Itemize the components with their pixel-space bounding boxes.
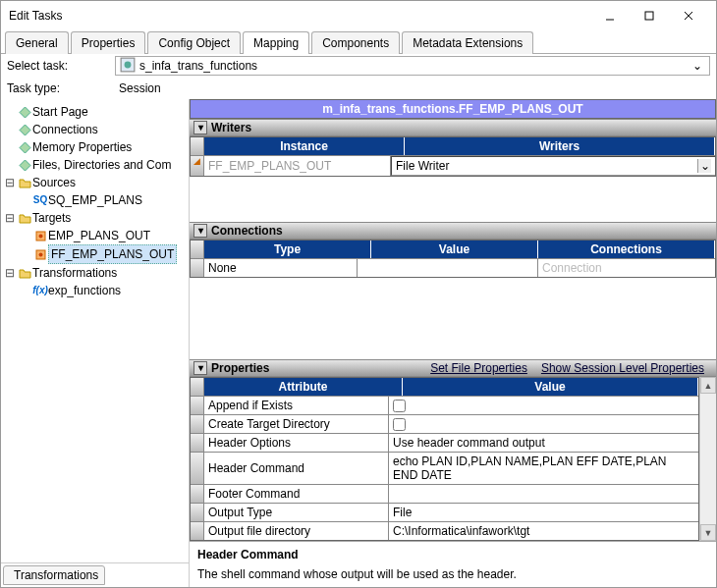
writers-col-instance: Instance (204, 137, 405, 155)
property-value-cell[interactable] (389, 485, 698, 503)
property-checkbox[interactable] (393, 418, 406, 431)
chevron-down-icon: ⌄ (689, 59, 705, 73)
tree-item-targets[interactable]: ⊟Targets (3, 209, 187, 227)
conn-type: None (204, 259, 358, 277)
tree-item-memory-properties[interactable]: Memory Properties (3, 138, 187, 156)
row-marker-icon: ◢ (191, 156, 203, 166)
maximize-button[interactable] (630, 1, 669, 30)
property-value: Use header command output (393, 436, 545, 450)
property-row[interactable]: Append if Exists (191, 396, 698, 414)
prop-col-attribute: Attribute (204, 378, 403, 396)
writers-header: ▾ Writers (190, 119, 716, 136)
property-value-cell[interactable] (389, 415, 698, 433)
writers-title: Writers (211, 121, 251, 134)
tab-metadata-extensions[interactable]: Metadata Extensions (402, 31, 533, 54)
diamond-icon (17, 124, 32, 136)
link-show-session-level-properties[interactable]: Show Session Level Properties (541, 361, 704, 375)
svg-rect-1 (645, 12, 653, 20)
properties-scrollbar[interactable]: ▲ ▼ (699, 377, 716, 541)
folder-icon (17, 212, 32, 225)
mapping-title: m_infa_trans_functions.FF_EMP_PLANS_OUT (190, 99, 716, 119)
tree-item-label: SQ_EMP_PLANS (48, 191, 142, 209)
property-value-cell[interactable]: C:\Informatica\infawork\tgt (389, 522, 698, 540)
tree-item-start-page[interactable]: Start Page (3, 103, 187, 121)
property-value-cell[interactable]: File (389, 504, 698, 521)
diamond-icon (17, 106, 32, 119)
tree-item-sources[interactable]: ⊟Sources (3, 174, 187, 191)
property-row[interactable]: Output TypeFile (191, 503, 698, 521)
tree-item-sq-emp-plans[interactable]: SQSQ_EMP_PLANS (3, 191, 187, 209)
link-set-file-properties[interactable]: Set File Properties (430, 361, 527, 375)
navigator-tree: Start PageConnectionsMemory PropertiesFi… (1, 99, 189, 562)
tree-item-label: Start Page (32, 103, 88, 121)
writers-grid: Instance Writers ◢ FF_EMP_PLANS_OUT File… (190, 136, 716, 177)
property-row[interactable]: Header Commandecho PLAN ID,PLAN NAME,PLA… (191, 452, 698, 484)
tree-item-label: exp_functions (48, 282, 121, 299)
tab-properties[interactable]: Properties (71, 31, 146, 54)
property-row[interactable]: Footer Command (191, 484, 698, 503)
close-button[interactable] (669, 1, 708, 30)
side-tab-label: Transformations (14, 568, 98, 582)
connections-row[interactable]: None Connection (191, 258, 715, 277)
side-tab-transformations[interactable]: Transformations (3, 565, 105, 585)
chevron-down-icon: ⌄ (697, 159, 711, 173)
tab-mapping[interactable]: Mapping (243, 31, 309, 54)
conn-col-value: Value (371, 241, 538, 258)
folder-icon (17, 267, 32, 280)
conn-connections: Connection (538, 259, 715, 277)
properties-grid: Attribute Value Append if ExistsCreate T… (190, 377, 699, 541)
select-task-label: Select task: (7, 59, 115, 73)
tree-item-connections[interactable]: Connections (3, 121, 187, 138)
window-title: Edit Tasks (9, 9, 590, 23)
tree-item-label: Connections (32, 121, 98, 138)
conn-value (358, 259, 538, 277)
scroll-down-icon[interactable]: ▼ (700, 524, 716, 541)
scroll-up-icon[interactable]: ▲ (700, 377, 716, 394)
tree-item-emp-plans-out[interactable]: EMP_PLANS_OUT (3, 227, 187, 244)
property-value-cell[interactable] (389, 397, 698, 414)
writers-col-writers: Writers (405, 137, 715, 155)
tree-item-label: FF_EMP_PLANS_OUT (48, 244, 177, 264)
property-checkbox[interactable] (393, 400, 406, 412)
writers-row[interactable]: ◢ FF_EMP_PLANS_OUT File Writer ⌄ (191, 155, 715, 176)
writers-writer-select[interactable]: File Writer ⌄ (391, 156, 715, 176)
collapse-icon[interactable]: ▾ (193, 121, 207, 134)
tab-components[interactable]: Components (311, 31, 400, 54)
tree-twist-icon[interactable]: ⊟ (3, 264, 17, 282)
task-type-value: Session (115, 80, 710, 97)
tree-item-transformations[interactable]: ⊟Transformations (3, 264, 187, 282)
connections-header: ▾ Connections (190, 222, 716, 240)
help-body: The shell command whose output will be u… (197, 567, 708, 581)
prop-col-value: Value (403, 378, 698, 396)
help-title: Header Command (197, 548, 708, 561)
folder-icon (17, 177, 32, 189)
property-value-cell[interactable]: Use header command output (389, 434, 698, 452)
svg-point-7 (38, 234, 42, 238)
property-row[interactable]: Create Target Directory (191, 414, 698, 433)
tree-twist-icon[interactable]: ⊟ (3, 209, 17, 227)
tab-config-object[interactable]: Config Object (147, 31, 241, 54)
minimize-button[interactable] (590, 1, 630, 30)
tree-item-label: Sources (32, 174, 76, 191)
property-value-cell[interactable]: echo PLAN ID,PLAN NAME,PLAN EFF DATE,PLA… (389, 453, 698, 484)
property-attribute: Append if Exists (204, 397, 389, 414)
property-row[interactable]: Output file directoryC:\Informatica\infa… (191, 521, 698, 540)
select-task-dropdown[interactable]: s_infa_trans_functions ⌄ (115, 56, 710, 76)
property-row[interactable]: Header OptionsUse header command output (191, 433, 698, 452)
diamond-icon (17, 159, 32, 172)
tree-item-exp-functions[interactable]: f(x)exp_functions (3, 282, 187, 299)
select-task-value: s_infa_trans_functions (136, 59, 689, 73)
tree-item-label: EMP_PLANS_OUT (48, 227, 150, 244)
collapse-icon[interactable]: ▾ (193, 224, 207, 238)
tree-item-label: Files, Directories and Com (32, 156, 171, 174)
tree-item-files-directories-and-com[interactable]: Files, Directories and Com (3, 156, 187, 174)
tree-item-ff-emp-plans-out[interactable]: FF_EMP_PLANS_OUT (3, 244, 187, 264)
target-icon (32, 248, 48, 261)
tab-general[interactable]: General (5, 31, 69, 54)
property-value: echo PLAN ID,PLAN NAME,PLAN EFF DATE,PLA… (393, 454, 694, 482)
tree-twist-icon[interactable]: ⊟ (3, 174, 17, 191)
collapse-icon[interactable]: ▾ (193, 361, 207, 375)
connections-grid: Type Value Connections None Connection (190, 240, 716, 278)
properties-header: ▾ Properties Set File Properties Show Se… (190, 359, 716, 377)
task-type-label: Task type: (7, 81, 115, 95)
